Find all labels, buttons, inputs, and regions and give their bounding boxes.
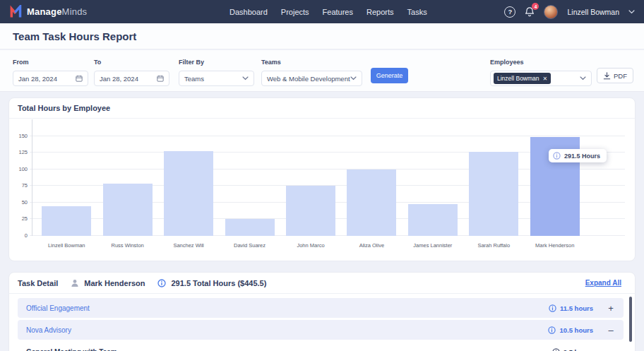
y-axis-line	[32, 119, 32, 236]
navbar-right: ? 4 Linzell Bowman	[504, 5, 635, 19]
download-pdf-button[interactable]: PDF	[597, 68, 633, 83]
task-row-label: Nova Advisory	[26, 326, 71, 334]
y-tick-75: 75	[22, 182, 28, 189]
nav-item-features[interactable]: Features	[323, 8, 353, 16]
task-row-label: General Meeting with Team	[26, 348, 117, 351]
bar-column-james-lannister	[402, 204, 463, 236]
y-tick-125: 125	[18, 149, 28, 155]
nav-item-reports[interactable]: Reports	[366, 8, 394, 16]
generate-button[interactable]: Generate	[371, 68, 408, 83]
page-title-bar: Team Task Hours Report	[0, 23, 644, 49]
filter-by-value: Teams	[184, 75, 204, 83]
bar-sanchez-will[interactable]	[164, 151, 213, 236]
x-tick-russ-winston: Russ Winston	[97, 242, 157, 249]
x-tick-aliza-olive: Aliza Olive	[341, 242, 402, 249]
brand[interactable]: ManageMinds	[9, 5, 87, 18]
bar-david-suarez[interactable]	[225, 219, 275, 236]
user-name[interactable]: Linzell Bowman	[567, 8, 619, 16]
calendar-icon	[76, 75, 83, 82]
bar-column-david-suarez	[219, 219, 280, 236]
task-detail-header: Task Detail Mark Henderson 291.5 Total H…	[9, 273, 635, 294]
task-row-hours-group: 10.5 hours–	[548, 326, 615, 335]
from-label: From	[13, 59, 88, 66]
x-tick-mark-henderson: Mark Henderson	[525, 242, 585, 249]
employee-tag-label: Linzell Bowman	[497, 75, 539, 82]
chart-card: Total Hours by Employee 0255075100125150…	[8, 97, 636, 261]
task-row-label: Official Engagement	[26, 304, 90, 312]
employees-field: Employees Linzell Bowman ✕	[490, 59, 592, 86]
filter-bar: From Jan 28, 2024 To Jan 28, 2024 Filter…	[0, 50, 644, 92]
from-date-input[interactable]: Jan 28, 2024	[13, 71, 88, 86]
remove-tag-icon[interactable]: ✕	[543, 76, 548, 82]
teams-value: Web & Mobile Development	[267, 75, 350, 83]
chevron-down-icon	[580, 76, 586, 81]
x-tick-sanchez-will: Sanchez Will	[158, 242, 219, 249]
from-date-value: Jan 28, 2024	[18, 75, 57, 83]
bar-column-linzell-bowman	[36, 206, 97, 236]
info-icon	[553, 152, 561, 160]
task-row-hours: 2.5 hours	[564, 348, 593, 351]
pdf-button-label: PDF	[614, 72, 627, 80]
expand-icon[interactable]: +	[607, 304, 615, 313]
calendar-icon	[157, 75, 164, 82]
selected-employee-name: Mark Henderson	[84, 279, 145, 287]
y-tick-0: 0	[25, 232, 28, 239]
task-row-hours: 11.5 hours	[560, 304, 593, 312]
manageminds-logo-icon	[9, 5, 23, 18]
info-icon	[552, 348, 560, 351]
task-row-hours-group: 11.5 hours+	[549, 304, 615, 313]
notifications-button[interactable]: 4	[525, 6, 535, 17]
task-row-general-meeting-with-team[interactable]: General Meeting with Team2.5 hours–	[18, 342, 624, 351]
to-date-input[interactable]: Jan 28, 2024	[94, 71, 169, 86]
bar-russ-winston[interactable]	[103, 184, 153, 236]
tooltip-text: 291.5 Hours	[564, 153, 600, 160]
nav-item-tasks[interactable]: Tasks	[407, 8, 427, 16]
help-icon[interactable]: ?	[504, 6, 515, 18]
expand-all-link[interactable]: Expand All	[585, 279, 621, 287]
nav-item-dashboard[interactable]: Dashboard	[229, 8, 268, 16]
nav-item-projects[interactable]: Projects	[281, 8, 309, 16]
user-menu-chevron-icon[interactable]	[628, 10, 635, 14]
filter-by-select[interactable]: Teams	[179, 71, 254, 86]
collapse-icon[interactable]: –	[607, 326, 615, 335]
bar-sarah-ruffalo[interactable]	[469, 152, 518, 236]
chevron-down-icon	[242, 76, 249, 81]
filter-by-field: Filter By Teams	[179, 59, 254, 86]
bars	[36, 119, 585, 236]
teams-label: Teams	[261, 59, 362, 66]
bar-column-john-marco	[280, 186, 341, 236]
employees-multiselect[interactable]: Linzell Bowman ✕	[490, 71, 592, 86]
total-hours-text: 291.5 Total Hours ($445.5)	[171, 279, 266, 287]
y-tick-50: 50	[22, 199, 28, 206]
chart-tooltip: 291.5 Hours	[549, 149, 607, 162]
bar-column-russ-winston	[97, 184, 157, 236]
bar-aliza-olive[interactable]	[347, 169, 396, 236]
brand-name: ManageMinds	[27, 6, 87, 17]
x-axis-labels: Linzell BowmanRuss WinstonSanchez WillDa…	[36, 242, 585, 249]
x-tick-linzell-bowman: Linzell Bowman	[36, 242, 97, 249]
task-row-official-engagement[interactable]: Official Engagement11.5 hours+	[18, 298, 624, 318]
y-axis-labels: 0255075100125150	[9, 119, 28, 236]
user-avatar[interactable]	[544, 5, 558, 19]
bar-chart: 0255075100125150 Linzell BowmanRuss Wins…	[32, 119, 625, 236]
x-tick-sarah-ruffalo: Sarah Ruffalo	[463, 242, 524, 249]
task-row-nova-advisory[interactable]: Nova Advisory10.5 hours–	[18, 320, 624, 340]
filter-by-label: Filter By	[179, 59, 254, 66]
x-tick-james-lannister: James Lannister	[402, 242, 463, 249]
bar-james-lannister[interactable]	[408, 204, 458, 236]
chart-title: Total Hours by Employee	[9, 98, 635, 119]
bar-column-sanchez-will	[158, 151, 219, 236]
bar-john-marco[interactable]	[286, 186, 335, 236]
info-icon	[548, 326, 556, 334]
bar-linzell-bowman[interactable]	[42, 206, 91, 236]
to-date-value: Jan 28, 2024	[100, 75, 138, 83]
x-tick-david-suarez: David Suarez	[219, 242, 280, 249]
task-row-hours-group: 2.5 hours–	[552, 347, 615, 351]
employees-label: Employees	[490, 59, 592, 66]
teams-select[interactable]: Web & Mobile Development	[261, 71, 362, 86]
task-rows: Official Engagement11.5 hours+Nova Advis…	[18, 298, 624, 351]
from-date-field: From Jan 28, 2024	[13, 59, 88, 86]
collapse-icon[interactable]: –	[607, 347, 615, 351]
task-row-hours: 10.5 hours	[559, 326, 593, 334]
scrollbar[interactable]	[629, 297, 632, 342]
